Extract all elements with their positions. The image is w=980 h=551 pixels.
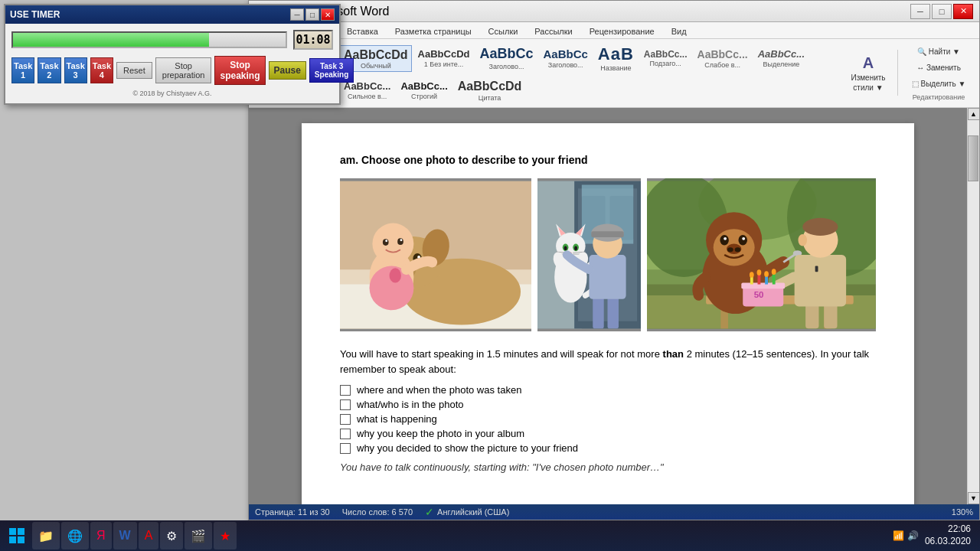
- photo3: 50: [647, 178, 876, 331]
- svg-rect-93: [18, 536, 24, 543]
- svg-point-87: [765, 271, 769, 277]
- editing-label: Редактирование: [904, 93, 973, 101]
- taskbar-right: 📶 🔊 22:06 06.03.2020: [893, 523, 977, 547]
- style-heading2[interactable]: AaBbCc Заголово...: [539, 45, 591, 71]
- svg-rect-73: [795, 255, 846, 306]
- svg-point-18: [390, 268, 401, 282]
- style-emphasis[interactable]: AaBbCc... Выделение: [754, 46, 808, 70]
- svg-point-63: [724, 236, 727, 240]
- select-button[interactable]: ⬚ Выделить ▼: [904, 77, 973, 90]
- svg-rect-80: [742, 282, 786, 289]
- stop-speaking-button[interactable]: Stop speaking: [214, 56, 265, 85]
- svg-rect-91: [18, 528, 24, 535]
- svg-rect-92: [9, 536, 16, 543]
- stop-preparation-button[interactable]: Stop preparation: [155, 57, 212, 83]
- style-quote[interactable]: AaBbCcDd Цитата: [454, 77, 526, 103]
- tab-layout[interactable]: Разметка страницы: [387, 24, 480, 38]
- timer-close-button[interactable]: ✕: [321, 8, 335, 21]
- timer-minimize-button[interactable]: ─: [290, 8, 304, 21]
- start-button[interactable]: [3, 522, 31, 549]
- app6-icon: ⚙: [166, 529, 177, 543]
- svg-point-35: [575, 246, 578, 250]
- scroll-down-button[interactable]: ▼: [968, 492, 980, 504]
- doc-body-text: You will have to start speaking in 1.5 m…: [340, 347, 876, 379]
- app8-icon: ★: [220, 529, 230, 543]
- checklist-item-5: why you decided to show the picture to y…: [340, 442, 876, 454]
- checkbox-5[interactable]: [340, 443, 351, 454]
- chrome-icon: 🌐: [67, 529, 83, 543]
- taskbar-acrobat[interactable]: A: [139, 522, 159, 549]
- photo1-svg: [340, 178, 531, 331]
- task3-speaking-button[interactable]: Task 3Speaking: [309, 58, 354, 83]
- scrollbar-track[interactable]: [968, 120, 980, 492]
- taskbar-app7[interactable]: 🎬: [185, 522, 212, 549]
- task3-tab-button[interactable]: Task 3: [64, 57, 87, 83]
- svg-point-86: [757, 269, 762, 276]
- spell-check-icon: ✓: [425, 506, 434, 518]
- word-title-bar: TASK 3 - Microsoft Word ─ □ ✕: [249, 1, 979, 22]
- checklist-item-4: why you keep the photo in your album: [340, 428, 876, 439]
- word-maximize-button[interactable]: □: [932, 4, 952, 19]
- doc-cutoff-text: You have to talk continuously, starting …: [340, 460, 876, 476]
- svg-point-88: [772, 269, 776, 275]
- pause-button[interactable]: Pause: [269, 61, 306, 80]
- replace-button[interactable]: ↔ Заменить: [904, 61, 973, 74]
- tab-insert[interactable]: Вставка: [338, 24, 387, 38]
- word-close-button[interactable]: ✕: [953, 4, 973, 19]
- taskbar-app6[interactable]: ⚙: [160, 522, 183, 549]
- timer-progress-row: 01:08: [11, 30, 333, 50]
- style-gallery: AaBbCcDd Обычный AaBbCcDd 1 Без инте... …: [340, 42, 830, 104]
- photo3-svg: 50: [647, 178, 876, 331]
- svg-rect-77: [815, 266, 818, 272]
- status-bar: Страница: 11 из 30 Число слов: 6 570 ✓ А…: [249, 504, 979, 520]
- style-heading1[interactable]: AaBbCc Заголово...: [475, 44, 537, 73]
- svg-point-64: [739, 235, 748, 245]
- tab-view[interactable]: Вид: [663, 24, 695, 38]
- timer-copyright: © 2018 by Chistyaev A.G.: [11, 90, 333, 97]
- doc-scroll[interactable]: am. Choose one photo to describe to your…: [249, 108, 967, 504]
- style-strict[interactable]: AaBbCc... Строгий: [397, 78, 451, 103]
- svg-point-76: [799, 234, 808, 246]
- checklist: where and when the photo was taken what/…: [340, 384, 876, 454]
- timer-maximize-button[interactable]: □: [305, 8, 319, 21]
- taskbar-explorer[interactable]: 📁: [32, 522, 60, 549]
- taskbar-app8[interactable]: ★: [214, 522, 237, 549]
- checkbox-4[interactable]: [340, 429, 351, 439]
- find-button[interactable]: 🔍 Найти ▼: [904, 45, 973, 58]
- task2-button[interactable]: Task 2: [38, 57, 60, 83]
- style-title[interactable]: AaB Название: [594, 42, 638, 74]
- scroll-up-button[interactable]: ▲: [968, 108, 980, 120]
- style-no-spacing[interactable]: AaBbCcDd 1 Без инте...: [414, 46, 474, 70]
- tab-review[interactable]: Рецензирование: [581, 24, 663, 38]
- ribbon-sep1: [897, 50, 898, 96]
- svg-text:50: 50: [754, 289, 764, 298]
- change-styles-button[interactable]: A Изменить стили ▼: [845, 54, 891, 92]
- checkbox-3[interactable]: [340, 414, 351, 425]
- word-window-controls: ─ □ ✕: [910, 4, 973, 19]
- explorer-icon: 📁: [38, 529, 54, 543]
- taskbar-word[interactable]: W: [113, 522, 137, 549]
- task1-button[interactable]: Task 1: [11, 57, 34, 83]
- reset-button[interactable]: Reset: [116, 62, 152, 79]
- windows-icon: [8, 527, 26, 545]
- svg-point-15: [397, 238, 403, 245]
- style-subtitle[interactable]: AaBbCc... Подзаго...: [640, 47, 691, 70]
- doc-scrollbar: ▲ ▼: [967, 108, 979, 504]
- editing-group: 🔍 Найти ▼ ↔ Заменить ⬚ Выделить ▼ Редакт…: [904, 45, 973, 101]
- svg-point-13: [383, 239, 389, 246]
- task4-button[interactable]: Task 4: [90, 57, 113, 83]
- tab-mailing[interactable]: Рассылки: [526, 24, 580, 38]
- checklist-item-3: what is happening: [340, 413, 876, 425]
- checkbox-2[interactable]: [340, 399, 351, 410]
- taskbar-chrome[interactable]: 🌐: [61, 522, 89, 549]
- app7-icon: 🎬: [191, 529, 206, 543]
- tab-references[interactable]: Ссылки: [480, 24, 527, 38]
- word-minimize-button[interactable]: ─: [910, 4, 930, 19]
- acrobat-icon: A: [145, 529, 153, 543]
- svg-point-85: [750, 272, 754, 278]
- checkbox-1[interactable]: [340, 385, 351, 396]
- taskbar-yandex[interactable]: Я: [90, 522, 112, 549]
- style-subtle[interactable]: AaBbCc... Слабое в...: [694, 46, 752, 71]
- scrollbar-thumb[interactable]: [968, 135, 978, 181]
- timer-task-buttons: Task 1 Task 2 Task 3 Task 4 Reset Stop p…: [11, 56, 333, 85]
